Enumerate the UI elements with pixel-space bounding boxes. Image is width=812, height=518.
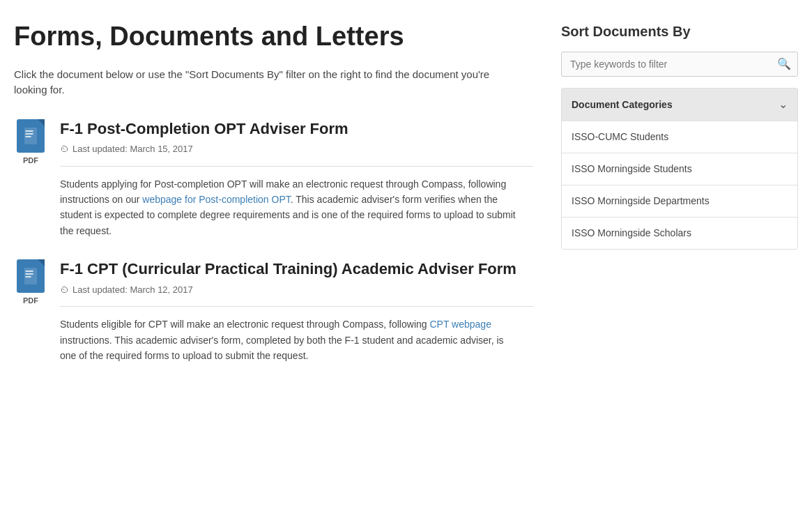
pdf-icon [17, 259, 45, 293]
pdf-label: PDF [23, 295, 38, 307]
filter-item-morningside-students[interactable]: ISSO Morningside Students [562, 153, 797, 185]
clock-icon: ⏲ [60, 283, 69, 297]
filter-header[interactable]: Document Categories ⌄ [562, 89, 797, 121]
main-content: Forms, Documents and Letters Click the d… [14, 21, 533, 385]
document-body: F-1 Post-Completion OPT Adviser Form ⏲ L… [60, 119, 533, 239]
filter-section: Document Categories ⌄ ISSO-CUMC Students… [561, 88, 798, 250]
document-meta: ⏲ Last updated: March 15, 2017 [60, 142, 533, 156]
svg-rect-1 [24, 268, 37, 284]
sidebar: Sort Documents By 🔍 Document Categories … [561, 21, 798, 385]
search-icon[interactable]: 🔍 [777, 56, 791, 73]
pdf-icon-wrap: PDF [14, 259, 47, 307]
chevron-down-icon: ⌄ [779, 96, 788, 113]
filter-header-label: Document Categories [572, 98, 673, 112]
search-wrap: 🔍 [561, 52, 798, 77]
clock-icon: ⏲ [60, 142, 69, 156]
divider [60, 306, 533, 307]
document-meta: ⏲ Last updated: March 12, 2017 [60, 283, 533, 297]
document-item: PDF F-1 Post-Completion OPT Adviser Form… [14, 119, 533, 239]
search-input[interactable] [561, 52, 798, 77]
filter-item-morningside-scholars[interactable]: ISSO Morningside Scholars [562, 217, 797, 249]
svg-rect-0 [24, 128, 37, 144]
divider [60, 166, 533, 167]
page-title: Forms, Documents and Letters [14, 21, 533, 53]
cpt-link[interactable]: CPT webpage [429, 319, 491, 330]
pdf-file-icon [23, 266, 38, 286]
document-body: F-1 CPT (Curricular Practical Training) … [60, 259, 533, 363]
pdf-icon-wrap: PDF [14, 119, 47, 167]
pdf-label: PDF [23, 155, 38, 167]
document-desc: Students eligible for CPT will make an e… [60, 317, 520, 363]
document-title: F-1 Post-Completion OPT Adviser Form [60, 119, 533, 139]
document-item: PDF F-1 CPT (Curricular Practical Traini… [14, 259, 533, 363]
filter-item-morningside-depts[interactable]: ISSO Morningside Departments [562, 185, 797, 217]
filter-item-cumc[interactable]: ISSO-CUMC Students [562, 121, 797, 153]
last-updated: Last updated: March 15, 2017 [72, 142, 193, 156]
opt-link[interactable]: webpage for Post-completion OPT [142, 194, 290, 205]
intro-text: Click the document below or use the "Sor… [14, 67, 523, 98]
pdf-icon [17, 119, 45, 153]
sidebar-title: Sort Documents By [561, 21, 798, 42]
document-title: F-1 CPT (Curricular Practical Training) … [60, 259, 533, 280]
document-desc: Students applying for Post-completion OP… [60, 176, 520, 239]
last-updated: Last updated: March 12, 2017 [72, 283, 193, 297]
pdf-file-icon [23, 126, 38, 146]
